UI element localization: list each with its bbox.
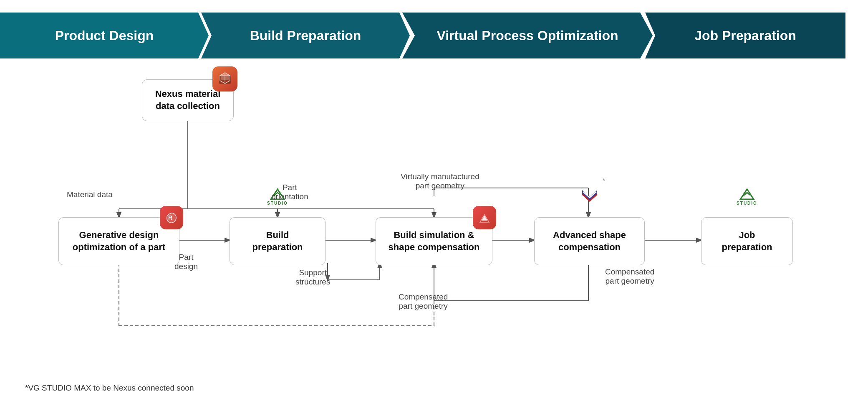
am-studio-text-2: STUDIO bbox=[737, 201, 757, 206]
header-label-product-design: Product Design bbox=[47, 28, 162, 43]
header-label-virtual-process: Virtual Process Optimization bbox=[428, 28, 626, 43]
nexus-cube-icon bbox=[217, 71, 232, 86]
build-prep-title: Build preparation bbox=[252, 229, 303, 253]
vg-chevrons-icon bbox=[580, 189, 599, 203]
footnote: *VG STUDIO MAX to be Nexus connected soo… bbox=[25, 383, 194, 393]
nexus-title: Nexus material data collection bbox=[155, 88, 221, 112]
header-segment-job-preparation: Job Preparation bbox=[645, 13, 845, 58]
am-studio-text-1: STUDIO bbox=[267, 201, 288, 206]
build-prep-box: STUDIO Build preparation bbox=[230, 217, 326, 265]
nexus-box: Nexus material data collection bbox=[142, 79, 234, 121]
diagram-area: Nexus material data collection R Generat… bbox=[25, 67, 851, 380]
generative-icon: R bbox=[160, 206, 183, 229]
vg-studio-logo: * bbox=[580, 189, 599, 205]
material-data-label: Material data bbox=[67, 190, 113, 199]
compensated-geometry-loop-label: Compensatedpart geometry bbox=[399, 292, 448, 311]
build-sim-logo-icon bbox=[478, 211, 491, 224]
vg-star-label: * bbox=[602, 177, 605, 185]
job-prep-title: Job preparation bbox=[722, 229, 772, 253]
compensated-geometry-side-label: Compensatedpart geometry bbox=[605, 267, 654, 286]
generative-title: Generative design optimization of a part bbox=[73, 229, 165, 253]
am-mountain-icon-2 bbox=[738, 188, 756, 201]
advanced-shape-title: Advanced shape compensation bbox=[553, 229, 626, 253]
svg-marker-32 bbox=[740, 189, 754, 199]
header-segment-virtual-process: Virtual Process Optimization bbox=[402, 13, 653, 58]
header-label-job-preparation: Job Preparation bbox=[686, 28, 805, 43]
virtually-manufactured-label: Virtually manufacturedpart geometry bbox=[401, 172, 479, 190]
build-sim-title: Build simulation & shape compensation bbox=[389, 229, 480, 253]
header-segment-product-design: Product Design bbox=[0, 13, 209, 58]
header-segment-build-preparation: Build Preparation bbox=[201, 13, 410, 58]
generative-box: R Generative design optimization of a pa… bbox=[58, 217, 179, 265]
job-prep-box: STUDIO Job preparation bbox=[701, 217, 793, 265]
part-orientation-label: Partorientation bbox=[271, 183, 308, 201]
svg-marker-31 bbox=[582, 190, 597, 200]
header-label-build-preparation: Build Preparation bbox=[242, 28, 370, 43]
header-banner: Product Design Build Preparation Virtual… bbox=[0, 13, 868, 58]
part-design-label: Partdesign bbox=[174, 253, 198, 271]
build-sim-box: Build simulation & shape compensation bbox=[376, 217, 492, 265]
nexus-icon bbox=[212, 66, 237, 91]
am-studio-logo-2: STUDIO bbox=[737, 188, 757, 206]
build-sim-icon bbox=[473, 206, 496, 229]
advanced-shape-box: * Advanced shape compensation bbox=[534, 217, 645, 265]
support-structures-label: Supportstructures bbox=[295, 268, 330, 287]
svg-text:R: R bbox=[168, 214, 172, 221]
generative-logo-icon: R bbox=[165, 211, 178, 224]
